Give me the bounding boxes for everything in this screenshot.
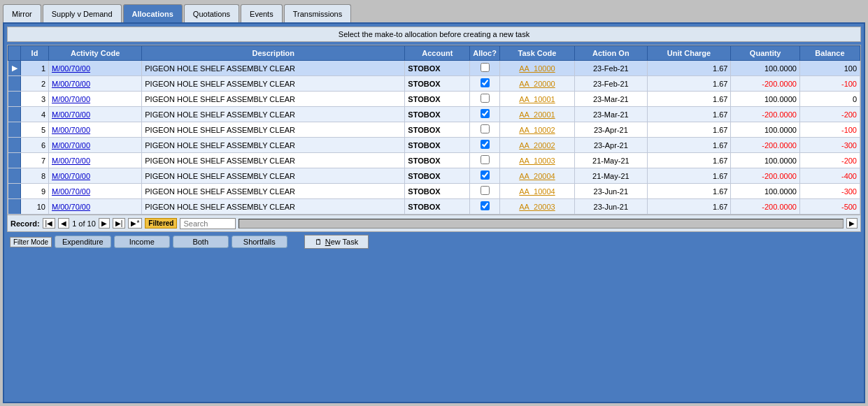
tab-quotations[interactable]: Quotations <box>184 4 239 22</box>
cell-alloc[interactable] <box>470 92 500 107</box>
cell-account: STOBOX <box>405 199 470 215</box>
cell-alloc[interactable] <box>470 76 500 92</box>
cell-activity-code[interactable]: M/00/70/00 <box>49 184 142 199</box>
tab-allocations[interactable]: Allocations <box>123 4 183 22</box>
tab-supply-v-demand[interactable]: Supply v Demand <box>43 4 122 22</box>
cell-alloc[interactable] <box>470 199 500 215</box>
cell-balance: -100 <box>799 122 860 138</box>
cell-quantity: 100.0000 <box>731 184 799 199</box>
record-next-btn[interactable]: ▶ <box>99 218 110 229</box>
col-id: Id <box>21 46 49 61</box>
alloc-checkbox[interactable] <box>481 201 490 210</box>
cell-activity-code[interactable]: M/00/70/00 <box>49 168 142 184</box>
cell-quantity: -200.0000 <box>731 168 799 184</box>
filter-expenditure-btn[interactable]: Expenditure <box>55 235 111 248</box>
cell-action-on: 23-Apr-21 <box>575 122 647 138</box>
alloc-checkbox[interactable] <box>481 171 490 180</box>
cell-activity-code[interactable]: M/00/70/00 <box>49 138 142 153</box>
alloc-checkbox[interactable] <box>481 78 490 87</box>
cell-alloc[interactable] <box>470 168 500 184</box>
cell-alloc[interactable] <box>470 61 500 76</box>
cell-account: STOBOX <box>405 138 470 153</box>
tab-transmissions[interactable]: Transmissions <box>284 4 352 22</box>
alloc-checkbox[interactable] <box>481 140 490 149</box>
cell-task-code[interactable]: AA_10004 <box>499 184 574 199</box>
alloc-checkbox[interactable] <box>481 155 490 164</box>
alloc-checkbox[interactable] <box>481 186 490 195</box>
record-last-btn[interactable]: ▶| <box>113 218 126 229</box>
cell-task-code[interactable]: AA_10001 <box>499 92 574 107</box>
filter-both-btn[interactable]: Both <box>173 235 229 248</box>
scroll-right-btn[interactable]: ▶ <box>846 218 858 229</box>
new-task-btn[interactable]: 🗒 New Task <box>304 235 369 249</box>
cell-balance: -100 <box>799 76 860 92</box>
cell-activity-code[interactable]: M/00/70/00 <box>49 92 142 107</box>
cell-task-code[interactable]: AA_20000 <box>499 76 574 92</box>
cell-task-code[interactable]: AA_10002 <box>499 122 574 138</box>
col-quantity: Quantity <box>731 46 799 61</box>
cell-task-code[interactable]: AA_10003 <box>499 153 574 168</box>
filter-income-btn[interactable]: Income <box>114 235 170 248</box>
new-task-label: New Task <box>325 238 359 246</box>
cell-alloc[interactable] <box>470 138 500 153</box>
record-new-btn[interactable]: ▶* <box>128 218 142 229</box>
record-first-btn[interactable]: |◀ <box>43 218 56 229</box>
tab-events[interactable]: Events <box>241 4 283 22</box>
cell-description: PIGEON HOLE SHELF ASSEMBLY CLEAR <box>142 138 405 153</box>
record-info: 1 of 10 <box>72 219 96 228</box>
cell-account: STOBOX <box>405 168 470 184</box>
cell-action-on: 23-Feb-21 <box>575 61 647 76</box>
cell-task-code[interactable]: AA_20001 <box>499 107 574 122</box>
cell-activity-code[interactable]: M/00/70/00 <box>49 199 142 215</box>
cell-description: PIGEON HOLE SHELF ASSEMBLY CLEAR <box>142 107 405 122</box>
row-indicator <box>8 107 21 122</box>
cell-balance: -200 <box>799 153 860 168</box>
main-container: Select the make-to allocation before cre… <box>3 22 865 403</box>
cell-balance: -200 <box>799 107 860 122</box>
cell-task-code[interactable]: AA_10000 <box>499 61 574 76</box>
cell-description: PIGEON HOLE SHELF ASSEMBLY CLEAR <box>142 76 405 92</box>
cell-activity-code[interactable]: M/00/70/00 <box>49 61 142 76</box>
alloc-checkbox[interactable] <box>481 63 490 72</box>
tab-bar: Mirror Supply v Demand Allocations Quota… <box>0 0 868 22</box>
cell-account: STOBOX <box>405 107 470 122</box>
search-input[interactable] <box>180 218 236 229</box>
row-indicator <box>8 153 21 168</box>
cell-description: PIGEON HOLE SHELF ASSEMBLY CLEAR <box>142 92 405 107</box>
cell-balance: 0 <box>799 92 860 107</box>
cell-account: STOBOX <box>405 184 470 199</box>
cell-activity-code[interactable]: M/00/70/00 <box>49 76 142 92</box>
cell-action-on: 23-Jun-21 <box>575 184 647 199</box>
alloc-checkbox[interactable] <box>481 109 490 118</box>
cell-id: 6 <box>21 138 49 153</box>
alloc-checkbox[interactable] <box>481 94 490 103</box>
cell-action-on: 23-Jun-21 <box>575 199 647 215</box>
col-indicator <box>8 46 21 61</box>
cell-quantity: -200.0000 <box>731 138 799 153</box>
cell-quantity: -200.0000 <box>731 199 799 215</box>
cell-action-on: 23-Apr-21 <box>575 138 647 153</box>
cell-unit-charge: 1.67 <box>647 184 731 199</box>
tab-mirror[interactable]: Mirror <box>3 4 41 22</box>
cell-alloc[interactable] <box>470 122 500 138</box>
cell-task-code[interactable]: AA_20002 <box>499 138 574 153</box>
table-container: Id Activity Code Description Account All… <box>7 45 861 215</box>
cell-description: PIGEON HOLE SHELF ASSEMBLY CLEAR <box>142 153 405 168</box>
cell-alloc[interactable] <box>470 184 500 199</box>
cell-activity-code[interactable]: M/00/70/00 <box>49 107 142 122</box>
cell-unit-charge: 1.67 <box>647 107 731 122</box>
record-bar: Record: |◀ ◀ 1 of 10 ▶ ▶| ▶* Filtered ▶ <box>7 215 861 232</box>
filter-shortfalls-btn[interactable]: Shortfalls <box>232 235 287 248</box>
cell-id: 3 <box>21 92 49 107</box>
cell-activity-code[interactable]: M/00/70/00 <box>49 122 142 138</box>
scroll-area[interactable] <box>239 219 844 229</box>
cell-task-code[interactable]: AA_20004 <box>499 168 574 184</box>
row-indicator <box>8 168 21 184</box>
cell-alloc[interactable] <box>470 153 500 168</box>
cell-activity-code[interactable]: M/00/70/00 <box>49 153 142 168</box>
record-prev-btn[interactable]: ◀ <box>58 218 69 229</box>
alloc-checkbox[interactable] <box>481 124 490 133</box>
cell-task-code[interactable]: AA_20003 <box>499 199 574 215</box>
cell-alloc[interactable] <box>470 107 500 122</box>
cell-id: 9 <box>21 184 49 199</box>
